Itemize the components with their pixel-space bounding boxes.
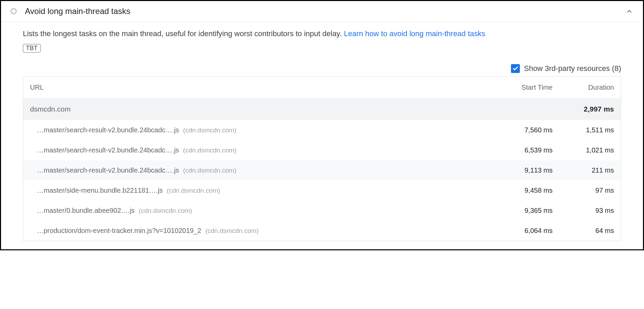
chevron-up-icon[interactable] xyxy=(625,7,633,15)
learn-more-link[interactable]: Learn how to avoid long main-thread task… xyxy=(344,29,485,38)
table-row[interactable]: …master/side-menu.bundle.b221181….js (cd… xyxy=(23,180,621,201)
row-start: 7,560 ms xyxy=(491,126,553,134)
row-duration: 64 ms xyxy=(553,227,614,235)
tasks-table: URL Start Time Duration dsmcdn.com 2,997… xyxy=(23,76,621,241)
row-url-path: …master/search-result-v2.bundle.24bcadc…… xyxy=(37,146,179,154)
audit-body: Lists the longest tasks on the main thre… xyxy=(1,22,643,249)
audit-panel: Avoid long main-thread tasks Lists the l… xyxy=(0,0,644,250)
table-row[interactable]: …master/0.bundle.abee902….js (cdn.dsmcdn… xyxy=(23,201,621,221)
third-party-label: Show 3rd-party resources (8) xyxy=(524,64,621,73)
metric-tag: TBT xyxy=(23,44,41,53)
row-url-path: …master/search-result-v2.bundle.24bcadc…… xyxy=(37,126,179,134)
row-start: 9,113 ms xyxy=(491,166,553,174)
row-url-host: (cdn.dsmcdn.com) xyxy=(139,207,192,215)
row-start: 6,539 ms xyxy=(491,146,553,154)
row-start: 9,365 ms xyxy=(491,207,553,215)
table-row[interactable]: …master/search-result-v2.bundle.24bcadc…… xyxy=(23,120,621,140)
column-header-url: URL xyxy=(30,84,491,91)
row-duration: 93 ms xyxy=(553,207,614,215)
third-party-toggle-row: Show 3rd-party resources (8) xyxy=(23,64,621,73)
row-url-path: …production/dom-event-tracker.min.js?v=1… xyxy=(37,227,201,235)
row-url-path: …master/side-menu.bundle.b221181….js xyxy=(37,187,163,194)
column-header-duration: Duration xyxy=(553,84,614,91)
row-start: 6,064 ms xyxy=(491,227,553,235)
row-duration: 1,021 ms xyxy=(553,146,614,154)
row-url-path: …master/0.bundle.abee902….js xyxy=(37,207,135,215)
row-duration: 1,511 ms xyxy=(553,126,614,134)
row-duration: 211 ms xyxy=(553,166,614,174)
row-url-host: (cdn.dsmcdn.com) xyxy=(183,127,236,134)
third-party-checkbox[interactable] xyxy=(511,64,520,73)
row-url-host: (cdn.dsmcdn.com) xyxy=(167,187,220,194)
column-header-start: Start Time xyxy=(491,84,553,91)
description-text: Lists the longest tasks on the main thre… xyxy=(23,29,344,38)
row-url-host: (cdn.dsmcdn.com) xyxy=(205,227,259,235)
status-indicator-icon xyxy=(11,8,17,14)
table-group-row[interactable]: dsmcdn.com 2,997 ms xyxy=(23,98,621,120)
table-row[interactable]: …master/search-result-v2.bundle.24bcadc…… xyxy=(23,140,621,160)
group-name: dsmcdn.com xyxy=(30,105,491,113)
group-duration: 2,997 ms xyxy=(553,105,614,113)
table-row[interactable]: …production/dom-event-tracker.min.js?v=1… xyxy=(23,221,621,241)
audit-header[interactable]: Avoid long main-thread tasks xyxy=(1,1,643,22)
table-row[interactable]: …master/search-result-v2.bundle.24bcadc…… xyxy=(23,160,621,180)
row-duration: 97 ms xyxy=(553,187,614,194)
audit-title: Avoid long main-thread tasks xyxy=(25,6,130,16)
row-url-host: (cdn.dsmcdn.com) xyxy=(183,147,236,154)
table-header: URL Start Time Duration xyxy=(23,77,621,98)
row-url-path: …master/search-result-v2.bundle.24bcadc…… xyxy=(37,166,179,174)
row-url-host: (cdn.dsmcdn.com) xyxy=(183,167,236,174)
audit-description: Lists the longest tasks on the main thre… xyxy=(23,28,621,39)
row-start: 9,458 ms xyxy=(491,187,553,194)
